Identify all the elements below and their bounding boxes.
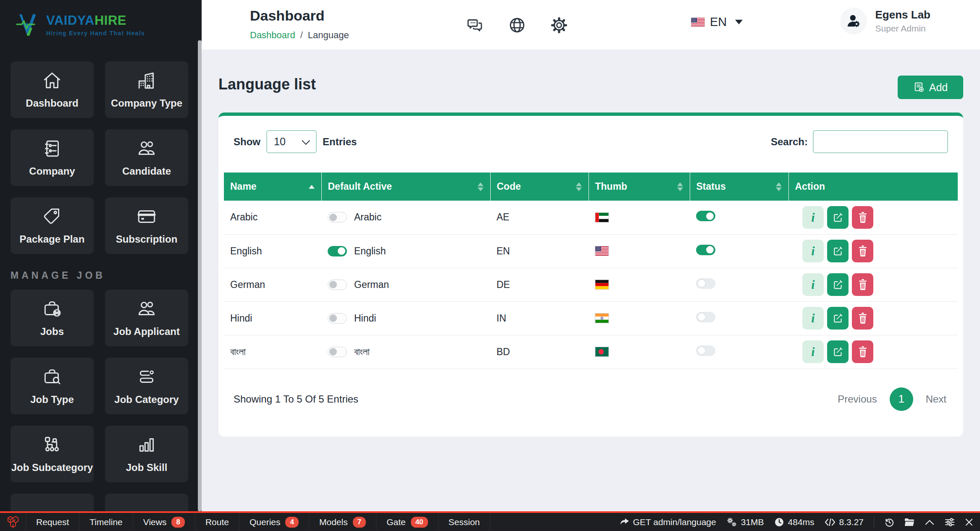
edit-button[interactable] [827, 340, 849, 363]
breadcrumb: Dashboard / Language [250, 30, 349, 41]
edit-button[interactable] [827, 273, 849, 296]
sidebar-item-label: Dashboard [26, 97, 78, 109]
sidebar-item-company[interactable]: Company [11, 129, 94, 186]
debugbar-tab-views[interactable]: Views8 [133, 513, 195, 531]
language-list-card: Show 10 Entries Search: Name Default Act… [218, 112, 963, 437]
flag-us-icon [595, 246, 690, 256]
entries-select[interactable]: 10 [266, 130, 317, 153]
chat-icon[interactable] [466, 17, 484, 34]
default-active-toggle[interactable] [328, 212, 347, 222]
debugbar-tab-timeline[interactable]: Timeline [79, 513, 133, 531]
brand-name: VAIDYAHIRE [46, 13, 126, 28]
delete-button[interactable] [852, 273, 873, 296]
sidebar-item-job-subcategory[interactable]: Job Subcategory [11, 426, 94, 482]
debugbar-tab-request[interactable]: Request [26, 513, 79, 531]
sidebar-main-tiles: Dashboard Company Type Company Candidate… [0, 50, 202, 254]
info-button[interactable]: i [802, 206, 824, 229]
delete-button[interactable] [852, 340, 873, 363]
column-header-default-active[interactable]: Default Active [321, 173, 490, 201]
sidebar-item-candidate[interactable]: Candidate [105, 129, 188, 186]
home-icon [42, 70, 63, 91]
debugbar-tab-queries[interactable]: Queries4 [239, 513, 309, 531]
trash-icon [858, 313, 868, 324]
sidebar-item-label: Package Plan [20, 233, 85, 245]
gears-icon [726, 517, 737, 528]
default-active-toggle[interactable] [328, 280, 347, 290]
trash-icon [858, 246, 868, 256]
status-toggle[interactable] [696, 245, 715, 255]
duration-stat: 484ms [774, 517, 814, 527]
folder-icon[interactable] [904, 518, 914, 526]
history-icon[interactable] [884, 517, 894, 527]
journal-icon [42, 138, 63, 159]
sidebar-item-job-type[interactable]: Job Type [11, 358, 94, 414]
cell-code: DE [490, 268, 589, 301]
pencil-square-icon [833, 279, 843, 290]
pagination-next[interactable]: Next [926, 393, 946, 405]
column-header-action[interactable]: Action [788, 173, 958, 201]
debugbar-tab-session[interactable]: Session [439, 513, 491, 531]
default-active-toggle[interactable] [328, 313, 347, 324]
queries-badge: 4 [285, 517, 298, 528]
credit-card-icon [136, 206, 157, 227]
search-input[interactable] [813, 130, 948, 153]
chevron-down-icon [302, 136, 310, 145]
sort-icon [677, 182, 683, 191]
gear-icon[interactable] [550, 16, 568, 34]
default-active-toggle[interactable] [328, 246, 347, 256]
user-menu[interactable]: Egens Lab Super Admin [840, 8, 930, 34]
sidebar-item-label: Job Applicant [113, 326, 180, 337]
edit-button[interactable] [827, 307, 849, 330]
sidebar-tile-partial[interactable] [105, 494, 188, 511]
sidebar-item-job-applicant[interactable]: Job Applicant [105, 290, 188, 346]
sort-asc-icon [309, 185, 315, 188]
default-active-toggle[interactable] [328, 347, 347, 357]
sliders-icon[interactable] [945, 517, 955, 527]
add-button[interactable]: Add [898, 76, 963, 99]
sidebar-item-package-plan[interactable]: Package Plan [11, 197, 94, 254]
status-toggle[interactable] [696, 278, 715, 289]
status-toggle[interactable] [696, 312, 715, 322]
column-header-thumb[interactable]: Thumb [589, 173, 690, 201]
status-toggle[interactable] [696, 211, 715, 221]
delete-button[interactable] [852, 240, 873, 262]
views-badge: 8 [171, 517, 184, 528]
close-icon[interactable] [965, 518, 973, 526]
sidebar-item-jobs[interactable]: Jobs [11, 290, 94, 346]
pagination-page-1[interactable]: 1 [890, 387, 913, 411]
column-header-code[interactable]: Code [490, 173, 589, 201]
sidebar-item-job-skill[interactable]: Job Skill [105, 426, 188, 482]
language-switcher[interactable]: EN [691, 15, 743, 29]
info-button[interactable]: i [802, 240, 824, 262]
sidebar-item-job-category[interactable]: Job Category [105, 358, 188, 414]
delete-button[interactable] [852, 307, 873, 330]
edit-button[interactable] [827, 240, 849, 262]
delete-button[interactable] [852, 206, 873, 229]
breadcrumb-dashboard-link[interactable]: Dashboard [250, 30, 295, 41]
status-toggle[interactable] [696, 345, 715, 356]
laravel-logo-icon[interactable] [0, 513, 26, 531]
memory-stat: 31MB [726, 517, 764, 528]
debugbar-tab-gate[interactable]: Gate40 [376, 513, 438, 531]
default-active-label: বাংলা [354, 346, 370, 358]
pagination-previous[interactable]: Previous [838, 393, 877, 405]
debugbar-tab-models[interactable]: Models7 [309, 513, 376, 531]
sidebar-tile-partial[interactable] [11, 494, 94, 511]
sidebar-item-subscription[interactable]: Subscription [105, 197, 188, 254]
trash-icon [858, 212, 868, 223]
info-button[interactable]: i [802, 273, 824, 296]
globe-icon[interactable] [508, 16, 526, 34]
debugbar-tab-route[interactable]: Route [195, 513, 239, 531]
info-button[interactable]: i [802, 307, 824, 330]
sidebar-item-dashboard[interactable]: Dashboard [11, 61, 94, 118]
sidebar-scrollbar[interactable] [198, 40, 202, 511]
column-header-status[interactable]: Status [690, 173, 788, 201]
chevron-up-icon[interactable] [925, 519, 935, 526]
sidebar-item-company-type[interactable]: Company Type [105, 61, 188, 118]
edit-button[interactable] [827, 206, 849, 229]
default-active-label: Arabic [354, 212, 381, 223]
cell-name: English [224, 234, 321, 268]
info-button[interactable]: i [802, 340, 824, 363]
column-header-name[interactable]: Name [224, 173, 321, 201]
brand-logo[interactable]: VAIDYAHIRE Hiring Every Hand That Heals [0, 0, 202, 50]
